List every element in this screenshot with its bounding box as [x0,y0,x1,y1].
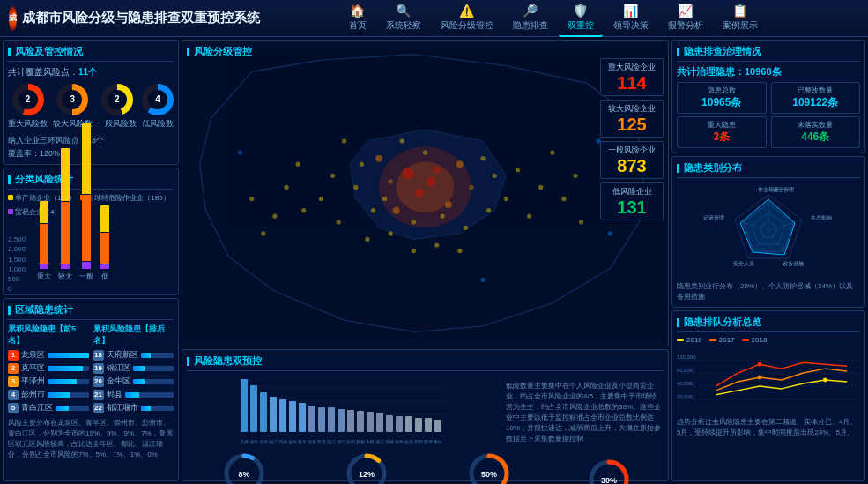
rank-bar [48,392,89,398]
nav-item-首页[interactable]: 🏠首页 [340,0,375,37]
nav-item-风险分级管控[interactable]: ⚠️风险分级管控 [432,0,502,37]
nav-icon: 🔍 [396,4,411,18]
svg-point-14 [469,185,473,190]
circular-indicators: 8% 亚太风险企业比例 12% 较大风险小型数量 50% 一般风险小心数 30% [187,447,664,484]
nav-item-案例展示[interactable]: 📋案例展示 [714,0,767,37]
svg-text:12%: 12% [359,470,375,479]
rank-bar [141,406,174,411]
trend-year: 2017 [719,336,735,344]
svg-text:新津: 新津 [424,439,433,444]
rank-item: 18天府新区 [93,349,174,361]
bar [100,233,109,264]
dual-prev-svg: 天府 成华 成高 锦江 武候 金牛 青羊 龙泉 双流 温江 都江 彭州 [187,375,502,445]
map-svg [182,41,668,346]
svg-point-17 [353,185,358,190]
svg-point-39 [550,150,554,154]
rank-num: 1 [8,350,19,361]
risk-circle-yellow: 2 一般风险数 [97,84,137,130]
bar-label: 重大 [37,272,51,281]
rank-num: 4 [8,390,19,400]
risk-count-box-orange: 较大风险企业 125 [600,100,664,138]
donut-label: 重大风险数 [8,117,48,130]
radar-info: 隐患类别业行分布（20%）、个人防护器械（24%）以及备用措施 [677,281,860,302]
svg-rect-60 [260,392,267,432]
svg-text:40,000: 40,000 [677,381,694,386]
hd-stat-num: 3条 [713,130,730,145]
hd-stat-label: 重大隐患 [708,120,736,130]
bar [82,195,91,261]
svg-text:温江: 温江 [327,439,336,444]
svg-point-15 [342,138,346,143]
risk-count-panel: 重大风险企业 114 较大风险企业 125 一般风险企业 873 低风险企业 1… [600,58,664,220]
bar [40,224,48,264]
hd-stat-label: 隐患总数 [708,86,736,95]
svg-point-53 [480,278,485,282]
y-axis-label: 500 [8,275,26,283]
rank-col2: 累积风险隐患【排后名】18天府新区19锦江区20金牛区21郫县22都江堰市 [93,324,174,415]
radar-svg: 作业场所 生态影响 设备设施 安全人员 记录管理 安全管理 [680,184,857,277]
hidden-danger-title: 隐患排查治理情况 [677,45,860,62]
svg-text:120,000: 120,000 [677,354,696,360]
rank-name: 郫县 [107,389,122,400]
svg-point-42 [579,220,583,224]
nav-icon: 📋 [732,4,747,18]
dual-prev-info: 低险数量主要集中在个人风险企业及小型商贸企业，约占全市风险企业的4/5，主要集中… [506,375,664,447]
rank-bar-fill [133,366,145,371]
hd-total: 共计治理隐患：10968条 [677,65,860,78]
svg-point-12 [393,207,400,214]
hd-stat-item: 未落实数量 446条 [771,116,861,148]
rank-name: 天府新区 [107,349,138,361]
trend-legend-item: 2016 [677,336,702,344]
nav-icon: 🏠 [350,4,365,18]
svg-point-18 [371,208,375,212]
svg-text:崇州: 崇州 [395,439,404,444]
radar-card: 隐患类别分布 [671,156,865,308]
donut-value: 2 [108,90,127,109]
y-axis-label: 2,500 [8,235,26,243]
bottom-bar: 风险隐患双预控 [182,349,669,481]
rank-num: 21 [93,390,104,400]
svg-point-30 [336,220,340,224]
nav-label: 系统轻察 [386,19,421,32]
nav-icon: 🔎 [523,4,538,18]
rank-bar [48,366,89,371]
circ-item: 8% 亚太风险企业比例 [218,451,271,484]
nav-item-系统轻察[interactable]: 🔍系统轻察 [377,0,430,37]
map-area: 风险分级管控 [182,40,669,346]
bar-group: 一般 [79,123,93,281]
rank-bar [141,353,174,358]
svg-text:80,000: 80,000 [677,368,694,373]
dual-prev-info-text: 低险数量主要集中在个人风险企业及小型商贸企业，约占全市风险企业的4/5，主要集中… [506,381,664,444]
trend-legend: 2016 2017 2018 [677,336,860,344]
circ-item: 12% 较大风险小型数量 [340,451,393,484]
nav-item-报警分析[interactable]: 📈报警分析 [659,0,712,37]
svg-point-44 [261,231,265,235]
rank-name: 青白江区 [21,402,53,413]
svg-rect-73 [386,415,393,432]
legend-dot [8,195,13,200]
rank-bar-fill [48,353,89,358]
risk-overview-title: 风险及管控情况 [8,45,174,62]
donut-red: 2 [12,84,44,115]
nav-label: 双重控 [568,19,594,32]
nav-item-双重控[interactable]: 🛡️双重控 [559,0,603,37]
nav-item-隐患排查[interactable]: 🔎隐患排查 [504,0,557,37]
nav-label: 隐患排查 [513,19,548,32]
hd-stats: 隐患总数 10965条 重大隐患 3条 已整改数量 109122条 未落实数量 … [677,82,860,148]
svg-point-33 [538,185,543,190]
svg-text:邛崃: 邛崃 [385,439,394,444]
risk-count-box-yellow: 一般风险企业 873 [600,141,664,179]
nav-item-领导决策[interactable]: 📊领导决策 [605,0,657,37]
donut-blue: 4 [142,84,174,115]
bar [61,202,70,264]
circ-svg: 30% [587,458,631,485]
svg-text:都江: 都江 [337,439,345,444]
bar-label: 低 [101,272,108,281]
donut-label: 一般风险数 [97,117,137,130]
y-axis: 2,5002,0001,5001,0005000 [8,235,26,293]
trend-card: 隐患排队分析总览 2016 2017 2018 120,000 80,000 [671,310,865,481]
svg-text:双流: 双流 [317,439,326,444]
svg-point-9 [375,155,382,162]
svg-point-46 [412,249,416,253]
rank-name: 金牛区 [107,376,130,387]
